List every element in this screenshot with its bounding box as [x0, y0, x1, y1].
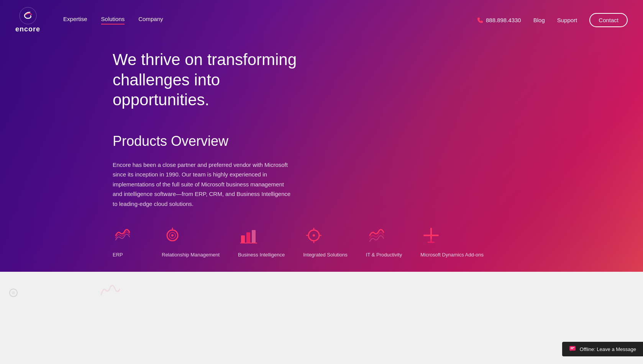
addons-label: Microsoft Dynamics Add-ons	[420, 251, 484, 258]
chat-widget-label: Offline: Leave a Message	[580, 346, 636, 352]
crm-icon	[162, 225, 183, 246]
addons-icon	[420, 225, 442, 246]
integrated-label: Integrated Solutions	[303, 251, 348, 258]
support-link[interactable]: Support	[557, 17, 577, 23]
hero-section: We thrive on transforming challenges int…	[0, 0, 643, 272]
blog-link[interactable]: Blog	[533, 17, 545, 23]
svg-rect-7	[252, 230, 256, 243]
product-it[interactable]: IT & Productivity	[366, 225, 402, 258]
nav-expertise[interactable]: Expertise	[63, 16, 87, 24]
bi-icon	[238, 225, 259, 246]
crm-label: Relationship Management	[162, 251, 220, 258]
phone-icon	[477, 17, 483, 23]
bottom-section	[0, 272, 643, 364]
svg-point-20	[12, 291, 15, 294]
svg-point-0	[20, 7, 36, 24]
header-right: 888.898.4330 Blog Support Contact	[477, 13, 628, 27]
svg-rect-21	[569, 346, 576, 351]
logo-text: encore	[15, 25, 40, 33]
logo[interactable]: encore	[15, 7, 40, 33]
products-icons-row: ERP Relationship Management	[113, 225, 530, 258]
header: encore Expertise Solutions Company 888.8…	[0, 0, 643, 40]
chat-widget[interactable]: Offline: Leave a Message	[562, 342, 643, 356]
nav-solutions[interactable]: Solutions	[101, 16, 125, 24]
product-addons[interactable]: Microsoft Dynamics Add-ons	[420, 225, 484, 258]
integrated-icon	[303, 225, 325, 246]
svg-rect-6	[246, 232, 250, 243]
phone-wrap[interactable]: 888.898.4330	[477, 17, 521, 23]
svg-point-3	[171, 234, 174, 237]
svg-rect-5	[241, 235, 245, 243]
products-section: Products Overview Encore has been a clos…	[0, 133, 643, 259]
nav-company[interactable]: Company	[138, 16, 163, 24]
erp-icon	[113, 225, 134, 246]
hero-headline: We thrive on transforming challenges int…	[113, 50, 320, 110]
svg-point-10	[313, 234, 315, 237]
product-crm[interactable]: Relationship Management	[162, 225, 220, 258]
product-bi[interactable]: Business Intelligence	[238, 225, 285, 258]
bi-label: Business Intelligence	[238, 251, 285, 258]
it-label: IT & Productivity	[366, 251, 402, 258]
product-erp[interactable]: ERP	[113, 225, 143, 258]
it-icon	[366, 225, 387, 246]
contact-button[interactable]: Contact	[589, 13, 628, 27]
product-integrated[interactable]: Integrated Solutions	[303, 225, 348, 258]
phone-number: 888.898.4330	[486, 17, 521, 23]
main-nav: Expertise Solutions Company	[63, 16, 477, 24]
encore-logo-icon	[19, 7, 37, 24]
chat-icon	[569, 346, 576, 353]
erp-label: ERP	[113, 251, 123, 258]
bottom-icon-left	[8, 287, 19, 300]
products-description: Encore has been a close partner and pref…	[113, 160, 293, 209]
bottom-icon-right	[100, 283, 123, 300]
products-title: Products Overview	[113, 133, 530, 149]
